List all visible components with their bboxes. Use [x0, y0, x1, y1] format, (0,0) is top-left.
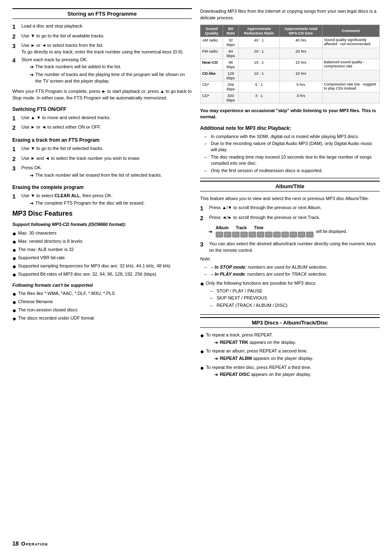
- arrow-note: ➔ REPEAT ALBM appears on the player disp…: [214, 355, 380, 362]
- diag-bar: [290, 232, 297, 237]
- list-item: 1 Use ▲ ▼ to move and select desired tra…: [12, 115, 192, 123]
- list-item: ● The discs recorded under UDF format: [12, 315, 192, 322]
- step-text: Use ► and ◄ to select the track number y…: [21, 155, 192, 161]
- diag-bar: [249, 232, 256, 237]
- diagram-labels: Album Track Time: [216, 226, 314, 230]
- table-cell-quality: CD*: [201, 92, 223, 103]
- diag-bar: [232, 232, 240, 237]
- list-item: ● To repeat a track, press REPEAT. ➔ REP…: [200, 332, 380, 347]
- note-list: – In STOP mode: numbers are used for ALB…: [200, 264, 380, 278]
- list-item: ● The files like *.WMA, *AAC, *.DLF, *.M…: [12, 290, 192, 297]
- not-supported-list: ● The files like *.WMA, *AAC, *.DLF, *.M…: [12, 290, 192, 322]
- step-text: Use ▼ to select CLEAR ALL, then press OK…: [21, 193, 192, 207]
- step-number: 2: [12, 124, 20, 132]
- table-cell-mp3time: 15 hrs: [279, 59, 322, 70]
- list-item: 3 Use ► or ◄ to select tracks from the l…: [12, 42, 192, 55]
- step-number: 4: [12, 57, 20, 65]
- diag-bar: [216, 232, 223, 237]
- bullet-icon: ●: [12, 307, 18, 314]
- table-cell-bitrate: 64 kbps: [223, 48, 238, 59]
- bullet-icon: ●: [200, 281, 206, 287]
- arrow-icon: ➔: [214, 355, 218, 362]
- album-step3-list: 3 You can also select the desired album/…: [200, 241, 380, 253]
- page-footer: 18 Operation: [12, 540, 380, 547]
- step-number: 1: [12, 23, 20, 31]
- bullet-icon: ●: [12, 255, 18, 262]
- list-item: 1 Load a disc and stop playback.: [12, 23, 192, 31]
- not-supported-title: Following formats can't be supported: [12, 282, 192, 289]
- arrow-icon: ➔: [214, 371, 218, 378]
- table-cell-quality: AM radio: [201, 37, 223, 48]
- diagram-label-track: Track: [236, 226, 247, 230]
- quality-table: Sound Quality Bit Rate Approximate Reduc…: [200, 25, 380, 104]
- operation-label: Operation: [21, 541, 48, 547]
- album-steps: 1 Press ▲/▼ to scroll through the previo…: [200, 205, 380, 222]
- list-item: ● Supported VBR bit-rate: [12, 255, 192, 262]
- list-item: SKIP NEXT / PREVIOUS: [210, 295, 380, 301]
- table-cell-reduction: 5 : 1: [238, 81, 279, 92]
- diagram-bars: [216, 232, 314, 237]
- downloading-text: Downloading MP3 files from the Internet …: [200, 8, 380, 21]
- switching-fts-steps: 1 Use ▲ ▼ to move and select desired tra…: [12, 115, 192, 132]
- switching-fts-title: Switching FTS ON/OFF: [12, 106, 192, 112]
- step-number: 1: [12, 145, 20, 154]
- bullet-icon: ●: [12, 230, 18, 237]
- diagram-box: Album Track Time: [216, 226, 314, 237]
- list-item: Due to the recording nature of Digital A…: [204, 140, 380, 153]
- page: Storing an FTS Programme 1 Load a disc a…: [0, 0, 392, 555]
- list-item: 3 Press OK. ➔ The track number will be e…: [12, 165, 192, 180]
- diagram-arrow-icon: ➔: [208, 229, 212, 235]
- list-item: 2 Use ▼ to go to the list of available t…: [12, 33, 192, 41]
- diag-bar: [224, 232, 231, 237]
- bullet-icon: ●: [12, 239, 18, 245]
- list-item: 2 Use ► and ◄ to select the track number…: [12, 155, 192, 164]
- step-number: 2: [12, 155, 20, 164]
- step-number: 1: [200, 205, 208, 213]
- bullet-icon: ●: [200, 332, 206, 339]
- additional-note-list: In compliance with the SDMI, digital-out…: [200, 134, 380, 174]
- mp3-functions-list: ● Only the following functions are possi…: [200, 280, 380, 311]
- table-cell-comment: Sound quality significantly affected - n…: [322, 37, 379, 48]
- table-cell-quality: FM radio: [201, 48, 223, 59]
- arrow-note: ➔ The number of tracks and the playing t…: [30, 71, 192, 84]
- list-item: 3 You can also select the desired album/…: [200, 241, 380, 253]
- list-item: ● The max. ALB number is 32: [12, 246, 192, 253]
- step-number: 2: [12, 33, 20, 41]
- will-be-displayed-text: will be displayed.: [316, 229, 347, 234]
- bullet-icon: ●: [200, 365, 206, 371]
- list-item: In compliance with the SDMI, digital-out…: [204, 134, 380, 140]
- storing-fts-title: Storing an FTS Programme: [12, 8, 192, 19]
- list-item: ● Supported sampling frequencies for MP3…: [12, 263, 192, 270]
- album-diagram: ➔ Album Track Time: [208, 226, 380, 237]
- table-cell-mp3time: 10 hrs: [279, 70, 322, 81]
- table-header-bitrate: Bit Rate: [223, 25, 238, 37]
- table-cell-comment: [322, 48, 379, 59]
- step-number: 1: [12, 193, 20, 201]
- list-item: ● Max. nested directory is 8 levels: [12, 238, 192, 245]
- page-number: 18: [12, 540, 19, 547]
- note-section: Note: – In STOP mode: numbers are used f…: [200, 256, 380, 278]
- list-item: ● To repeat the entire disc, press REPEA…: [200, 364, 380, 379]
- mp3-discs-list: ● To repeat a track, press REPEAT. ➔ REP…: [200, 332, 380, 379]
- table-cell-bitrate: 32 kbps: [223, 37, 238, 48]
- list-item: 1 Use ▼ to select CLEAR ALL, then press …: [12, 193, 192, 207]
- step-number: 1: [12, 115, 20, 123]
- table-cell-mp3time: 20 hrs: [279, 48, 322, 59]
- bullet-icon: ●: [12, 272, 18, 278]
- diag-bar: [257, 232, 264, 237]
- bullet-icon: ●: [12, 299, 18, 306]
- arrow-note: ➔ The complete FTS Program for the disc …: [30, 200, 192, 207]
- diag-bar: [240, 232, 248, 237]
- list-item: – In STOP mode: numbers are used for ALB…: [204, 264, 380, 270]
- mp3-functions-sub: STOP / PLAY / PAUSE SKIP NEXT / PREVIOUS…: [206, 288, 380, 309]
- table-cell-quality: Near-CD: [201, 59, 223, 70]
- diag-bar: [265, 232, 272, 237]
- table-cell-quality: CD-like: [201, 70, 223, 81]
- bullet-icon: ●: [12, 247, 18, 253]
- list-item: ● Max. 30 characters: [12, 230, 192, 237]
- table-header-quality: Sound Quality: [201, 25, 223, 37]
- erasing-track-steps: 1 Use ▼ to go to the list of selected tr…: [12, 145, 192, 180]
- table-cell-bitrate: 96 kbps: [223, 59, 238, 70]
- arrow-icon: ➔: [30, 64, 34, 71]
- repeat-disc-label: REPEAT DISC: [220, 372, 250, 377]
